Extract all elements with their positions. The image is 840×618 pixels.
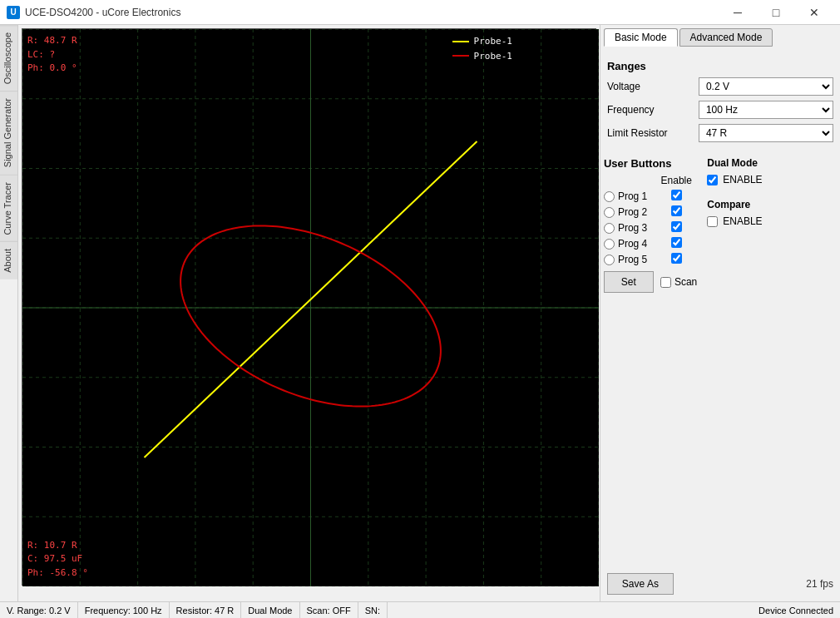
prog3-name: Prog 3 [618, 222, 655, 234]
prog4-radio[interactable] [604, 239, 615, 250]
prog1-radio[interactable] [604, 191, 615, 202]
scan-checkbox[interactable] [660, 277, 671, 288]
dual-enable-label: ENABLE [723, 174, 762, 185]
window-controls: ─ □ ✕ [719, 0, 833, 25]
status-voltage: V. Range: 0.2 V [0, 602, 78, 618]
title-bar: U UCE-DSO4200 - uCore Electronics ─ □ ✕ [0, 0, 840, 25]
save-as-button[interactable]: Save As [607, 573, 674, 595]
prog5-enable [655, 253, 697, 266]
set-button[interactable]: Set [604, 271, 654, 293]
prog2-enable [655, 205, 697, 219]
prog4-name: Prog 4 [618, 238, 655, 250]
limit-resistor-label: Limit Resistor [607, 127, 699, 139]
prog5-checkbox[interactable] [671, 253, 682, 264]
prog3-radio[interactable] [604, 223, 615, 234]
scope-canvas [22, 29, 599, 586]
scope-legend: Probe-1 Probe-1 [452, 34, 512, 63]
probe1-yellow-label: Probe-1 [474, 34, 512, 49]
tab-basic-mode[interactable]: Basic Mode [604, 28, 678, 47]
voltage-row: Voltage 0.1 V 0.2 V 0.5 V 1 V 2 V 5 V [607, 77, 833, 96]
limit-resistor-row: Limit Resistor 10 R 47 R 100 R 470 R 1 k… [607, 124, 833, 142]
compare-enable-label: ENABLE [723, 215, 762, 227]
prog4-enable [655, 237, 697, 250]
scope-info-bottom: R: 10.7 R C: 97.5 uF Ph: -56.8 ° [27, 539, 88, 581]
right-panel: Basic Mode Advanced Mode Ranges Voltage … [600, 25, 840, 601]
voltage-label: Voltage [607, 81, 699, 92]
status-resistor: Resistor: 47 R [170, 602, 242, 618]
status-frequency: Frequency: 100 Hz [78, 602, 170, 618]
prog-header-enable: Enable [655, 175, 697, 186]
frequency-label: Frequency [607, 104, 699, 116]
user-buttons-title: User Buttons [604, 157, 697, 170]
close-button[interactable]: ✕ [795, 0, 833, 25]
prog4-checkbox[interactable] [671, 237, 682, 248]
prog5-name: Prog 5 [618, 254, 655, 265]
dual-mode-title: Dual Mode [707, 157, 762, 169]
sidebar-item-about[interactable]: About [0, 241, 17, 279]
scan-label: Scan [660, 276, 697, 288]
main-area: R: 48.7 R LC: ? Ph: 0.0 ° R: 10.7 R C: 9… [18, 25, 840, 601]
set-scan-row: Set Scan [604, 271, 697, 293]
prog5-radio[interactable] [604, 255, 615, 265]
prog-table: Enable Prog 1 Prog 2 Prog 3 [604, 175, 697, 266]
prog-row-5: Prog 5 [604, 253, 697, 266]
scan-text: Scan [674, 276, 697, 288]
minimize-button[interactable]: ─ [719, 0, 757, 25]
prog-row-3: Prog 3 [604, 221, 697, 235]
probe1-yellow-indicator [452, 41, 469, 42]
status-bar: V. Range: 0.2 V Frequency: 100 Hz Resist… [0, 601, 840, 618]
compare-enable-checkbox[interactable] [707, 216, 718, 227]
dual-enable-checkbox[interactable] [707, 175, 718, 185]
window-title: UCE-DSO4200 - uCore Electronics [25, 7, 180, 18]
prog-row-4: Prog 4 [604, 237, 697, 250]
dual-enable-row: ENABLE [707, 174, 762, 185]
frequency-row: Frequency 10 Hz 100 Hz 1 kHz 10 kHz 100 … [607, 101, 833, 119]
phase-value-top: Ph: 0.0 ° [27, 62, 77, 76]
phase-value-bottom: Ph: -56.8 ° [27, 566, 88, 581]
prog1-enable [655, 190, 697, 203]
limit-resistor-select[interactable]: 10 R 47 R 100 R 470 R 1 kR [699, 124, 833, 142]
oscilloscope-panel: R: 48.7 R LC: ? Ph: 0.0 ° R: 10.7 R C: 9… [22, 28, 596, 586]
dual-mode-section: Dual Mode ENABLE [704, 154, 765, 189]
sidebar-item-curve-tracer[interactable]: Curve Tracer [0, 175, 17, 242]
probe1-red-label: Probe-1 [474, 49, 512, 64]
prog-row-1: Prog 1 [604, 190, 697, 203]
status-device-connected: Device Connected [388, 602, 840, 618]
resistance-value-bottom: R: 10.7 R [27, 539, 88, 553]
prog3-enable [655, 221, 697, 235]
probe1-red-indicator [452, 55, 469, 57]
status-dual-mode: Dual Mode [241, 602, 299, 618]
sidebar-item-signal-generator[interactable]: Signal Generator [0, 91, 17, 174]
maximize-button[interactable]: □ [757, 0, 795, 25]
scope-info-top: R: 48.7 R LC: ? Ph: 0.0 ° [27, 34, 77, 76]
voltage-select[interactable]: 0.1 V 0.2 V 0.5 V 1 V 2 V 5 V [699, 77, 833, 96]
status-sn: SN: [358, 602, 388, 618]
user-buttons-section: User Buttons Enable Prog 1 Prog 2 [604, 154, 697, 293]
sidebar: Oscilloscope Signal Generator Curve Trac… [0, 25, 18, 601]
right-columns: User Buttons Enable Prog 1 Prog 2 [604, 154, 837, 293]
dual-compare-column: Dual Mode ENABLE Compare ENABLE [704, 154, 765, 293]
fps-label: 21 fps [806, 578, 833, 590]
lc-value: LC: ? [27, 48, 77, 62]
compare-section: Compare ENABLE [704, 195, 765, 230]
ranges-section: Ranges Voltage 0.1 V 0.2 V 0.5 V 1 V 2 V… [604, 53, 837, 151]
prog2-radio[interactable] [604, 207, 615, 218]
prog2-checkbox[interactable] [671, 205, 682, 216]
ranges-title: Ranges [607, 60, 833, 72]
compare-title: Compare [707, 199, 762, 210]
sidebar-item-oscilloscope[interactable]: Oscilloscope [0, 25, 17, 91]
status-scan: Scan: OFF [300, 602, 358, 618]
right-bottom: Save As 21 fps [604, 570, 837, 598]
prog-row-2: Prog 2 [604, 205, 697, 219]
tab-advanced-mode[interactable]: Advanced Mode [679, 28, 773, 47]
mode-tabs: Basic Mode Advanced Mode [604, 28, 837, 47]
prog1-name: Prog 1 [618, 190, 655, 202]
prog1-checkbox[interactable] [671, 190, 682, 200]
frequency-select[interactable]: 10 Hz 100 Hz 1 kHz 10 kHz 100 kHz [699, 101, 833, 119]
app-icon: U [7, 6, 20, 19]
prog3-checkbox[interactable] [671, 221, 682, 232]
compare-enable-row: ENABLE [707, 215, 762, 227]
capacitance-value: C: 97.5 uF [27, 552, 88, 566]
prog2-name: Prog 2 [618, 206, 655, 218]
prog-header: Enable [604, 175, 697, 186]
